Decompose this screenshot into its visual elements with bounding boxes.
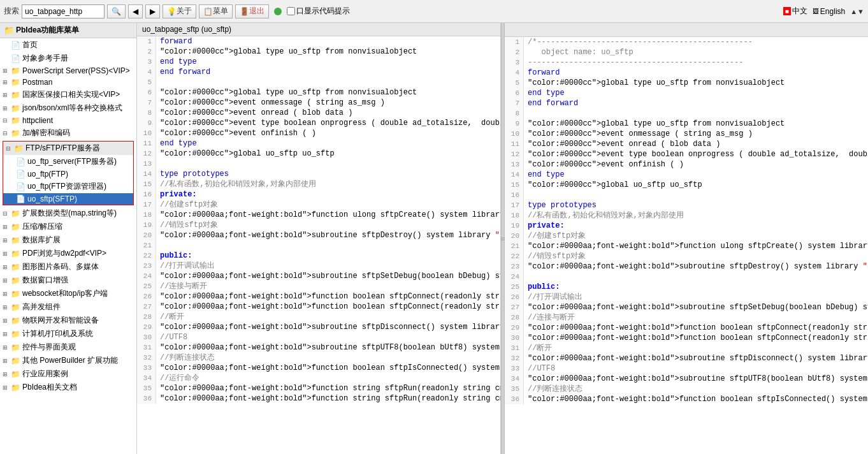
- sidebar-item-ftp-server[interactable]: 📄 uo_ftp_server(FTP服务器): [3, 155, 133, 168]
- code-line: 19//销毁sftp对象: [137, 220, 500, 230]
- line-code: //私有函数,初始化和销毁对象,对象内部使用: [524, 210, 684, 221]
- expand-icon: ⊞: [3, 304, 9, 311]
- sidebar-item-docs[interactable]: ⊞ 📁 PbIdea相关文档: [0, 381, 136, 394]
- code-line: 22//销毁sftp对象: [505, 251, 868, 261]
- code-hint-checkbox-input[interactable]: [287, 7, 295, 15]
- sidebar-item-industry[interactable]: ⊞ 📁 行业应用案例: [0, 367, 136, 381]
- search-input[interactable]: [22, 4, 105, 18]
- sidebar-item-encrypt[interactable]: ⊟ 📁 加/解密和编码: [0, 126, 136, 140]
- code-line: 21"color:#0000aa;font-weight:bold">funct…: [505, 241, 868, 251]
- sidebar-item-compress[interactable]: ⊞ 📁 压缩/解压缩: [0, 220, 136, 233]
- line-code: "color:#0000cc">event onfinish ( ): [156, 128, 316, 138]
- code-line: 25public:: [505, 282, 868, 292]
- line-code: //销毁sftp对象: [524, 251, 586, 261]
- code-line: 24: [505, 272, 868, 282]
- left-code-content[interactable]: 1forward2"color:#0000cc">global type uo_…: [137, 36, 500, 454]
- line-code: //私有函数,初始化和销毁对象,对象内部使用: [156, 179, 316, 189]
- back-button[interactable]: ◀: [128, 4, 143, 18]
- code-line: 14type prototypes: [137, 169, 500, 179]
- sidebar-item-home[interactable]: 📄 首页: [0, 38, 136, 52]
- code-line: 35"color:#0000aa;font-weight:bold">funct…: [137, 383, 500, 393]
- code-line: 21: [137, 240, 500, 251]
- line-number: 7: [505, 98, 524, 108]
- code-line: 30//UTF8: [137, 332, 500, 342]
- line-number: 34: [505, 374, 524, 384]
- expand-icon: ⊟: [6, 145, 12, 152]
- language-selector: ■ 中文 🖼 English: [783, 6, 845, 17]
- line-number: 13: [505, 159, 524, 170]
- line-code: end type: [156, 138, 197, 149]
- item-icon: 📁: [11, 236, 20, 245]
- line-code: "color:#0000aa;font-weight:bold">functio…: [524, 394, 868, 404]
- line-code: "color:#0000cc">event onread ( blob data…: [524, 139, 720, 149]
- item-icon: 📁: [11, 383, 20, 392]
- sidebar-item-ftp-mgr[interactable]: 📄 uo_ftp(FTP资源管理器): [3, 180, 133, 193]
- line-code: [156, 240, 164, 251]
- item-icon: 📁: [11, 330, 20, 339]
- line-number: 5: [505, 78, 524, 88]
- line-code: /*--------------------------------------…: [524, 37, 753, 47]
- sidebar-item-json[interactable]: ⊞ 📁 json/bson/xml等各种交换格式: [0, 101, 136, 115]
- code-line: 4end forward: [137, 67, 500, 77]
- sidebar-item-dw[interactable]: ⊞ 📁 数据窗口增强: [0, 274, 136, 287]
- line-code: "color:#0000aa;font-weight:bold">subrout…: [524, 302, 868, 312]
- item-icon: 📁: [11, 209, 20, 218]
- line-code: "color:#0000aa;font-weight:bold">subrout…: [524, 261, 868, 272]
- sidebar-item-iot[interactable]: ⊞ 📁 物联网开发和智能设备: [0, 314, 136, 327]
- sidebar-item-db[interactable]: ⊞ 📁 数据库扩展: [0, 233, 136, 247]
- search-button[interactable]: 🔍: [107, 4, 126, 18]
- right-code-content[interactable]: 1/*-------------------------------------…: [505, 37, 868, 454]
- item-icon: 📁: [11, 343, 20, 352]
- code-line: 13"color:#0000cc">event onfinish ( ): [505, 159, 868, 170]
- line-number: 15: [137, 179, 156, 189]
- lang-en-button[interactable]: 🖼 English: [813, 7, 845, 16]
- sidebar-item-other-pb[interactable]: ⊞ 📁 其他 PowerBuilder 扩展功能: [0, 354, 136, 367]
- sidebar-item-obj-ref[interactable]: 📄 对象参考手册: [0, 52, 136, 65]
- sidebar-item-ftp[interactable]: 📄 uo_ftp(FTP): [3, 168, 133, 180]
- line-code: private:: [524, 221, 565, 231]
- line-number: 29: [137, 322, 156, 332]
- line-number: 15: [505, 180, 524, 190]
- item-icon: 📄: [16, 182, 25, 191]
- code-line: 20//创建sftp对象: [505, 231, 868, 241]
- collapse-button[interactable]: ▲▼: [850, 8, 864, 15]
- sidebar-item-ext-types[interactable]: ⊟ 📁 扩展数据类型(map,string等): [0, 207, 136, 220]
- exit-button[interactable]: 🚪 退出: [235, 4, 269, 18]
- sidebar-item-ws[interactable]: ⊞ 📁 websocket和top/ip客户端: [0, 287, 136, 300]
- sidebar-item-gofast[interactable]: ⊞ 📁 高并发组件: [0, 300, 136, 314]
- code-line: 1/*-------------------------------------…: [505, 37, 868, 47]
- about-button[interactable]: 💡 关于: [163, 4, 196, 18]
- sidebar-item-ui[interactable]: ⊞ 📁 控件与界面美观: [0, 340, 136, 354]
- sidebar-item-ftp-group[interactable]: ⊟ 📁 FTP/sFTP/FTP服务器: [3, 142, 133, 155]
- line-number: 28: [137, 312, 156, 322]
- code-line: 15//私有函数,初始化和销毁对象,对象内部使用: [137, 179, 500, 189]
- sidebar-item-pdf[interactable]: ⊞ 📁 PDF浏览与dw2pdf<VIP>: [0, 247, 136, 260]
- sidebar-item-pc[interactable]: ⊞ 📁 计算机/打印机及系统: [0, 327, 136, 340]
- expand-icon: ⊞: [3, 224, 9, 230]
- sidebar-item-sftp[interactable]: 📄 uo_sftp(SFTP): [3, 193, 133, 205]
- code-line: 12"color:#0000cc">event type boolean onp…: [505, 149, 868, 159]
- line-code: //运行命令: [156, 373, 199, 383]
- expand-icon: ⊞: [3, 344, 9, 351]
- line-number: 2: [505, 47, 524, 57]
- line-code: //UTF8: [156, 332, 187, 342]
- sidebar-item-img[interactable]: ⊞ 📁 图形图片条码、多媒体: [0, 260, 136, 274]
- status-indicator: [274, 8, 282, 15]
- line-code: //打开调试输出: [156, 261, 215, 271]
- line-code: "color:#0000aa;font-weight:bold">functio…: [156, 291, 500, 302]
- code-line: 3---------------------------------------…: [505, 57, 868, 68]
- sidebar-item-postman[interactable]: ⊞ 📁 Postman: [0, 77, 136, 88]
- sidebar-item-httpclient[interactable]: ⊟ 📁 httpclient: [0, 115, 136, 126]
- search-label: 搜索: [4, 6, 19, 17]
- line-number: 4: [505, 68, 524, 78]
- forward-button[interactable]: ▶: [145, 4, 160, 18]
- line-code: "color:#0000aa;font-weight:bold">functio…: [524, 323, 868, 333]
- line-code: ----------------------------------------…: [524, 57, 743, 68]
- show-code-hint-checkbox[interactable]: 口显示代码提示: [287, 6, 350, 17]
- sidebar-item-national[interactable]: ⊞ 📁 国家医保接口相关实现<VIP>: [0, 88, 136, 101]
- lang-cn-button[interactable]: ■ 中文: [783, 6, 807, 17]
- line-number: 23: [505, 261, 524, 272]
- line-code: "color:#0000aa;font-weight:bold">subrout…: [524, 353, 868, 363]
- menu-button[interactable]: 📋 菜单: [199, 4, 233, 18]
- sidebar-item-pss[interactable]: ⊞ 📁 PowerScript Server(PSS)<VIP>: [0, 65, 136, 77]
